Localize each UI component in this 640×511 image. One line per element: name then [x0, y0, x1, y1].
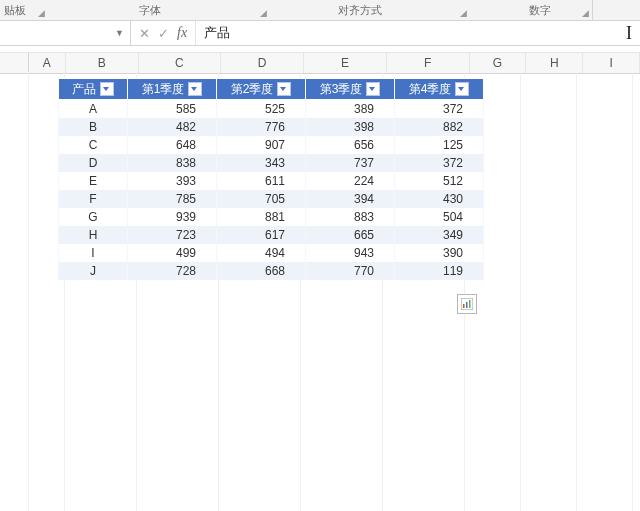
- table-cell[interactable]: 482: [128, 118, 217, 136]
- col-header[interactable]: G: [470, 53, 527, 73]
- col-header[interactable]: A: [29, 53, 66, 73]
- table-cell[interactable]: 939: [128, 208, 217, 226]
- select-all-corner[interactable]: [0, 53, 29, 73]
- formula-input[interactable]: 产品 I: [196, 21, 640, 45]
- table-cell[interactable]: C: [59, 136, 128, 154]
- table-cell[interactable]: 349: [395, 226, 484, 244]
- table-header-label: 产品: [72, 82, 96, 96]
- worksheet-grid[interactable]: 产品 第1季度 第2季度 第3季度 第4季度 A585525389372B482…: [0, 72, 640, 511]
- table-cell[interactable]: D: [59, 154, 128, 172]
- table-cell[interactable]: 504: [395, 208, 484, 226]
- table-cell[interactable]: 394: [306, 190, 395, 208]
- table-cell[interactable]: 668: [217, 262, 306, 280]
- table-cell[interactable]: 119: [395, 262, 484, 280]
- table-cell[interactable]: 389: [306, 100, 395, 119]
- table-cell[interactable]: 665: [306, 226, 395, 244]
- table-cell[interactable]: 728: [128, 262, 217, 280]
- table-cell[interactable]: 943: [306, 244, 395, 262]
- ribbon-launcher-icon[interactable]: ◢: [582, 8, 589, 18]
- name-box[interactable]: ▼: [0, 21, 131, 45]
- table-cell[interactable]: 512: [395, 172, 484, 190]
- ribbon-group-number: 数字: [510, 3, 570, 18]
- table-cell[interactable]: 617: [217, 226, 306, 244]
- table-cell[interactable]: 390: [395, 244, 484, 262]
- enter-icon[interactable]: ✓: [158, 26, 169, 41]
- table-cell[interactable]: 723: [128, 226, 217, 244]
- table-cell[interactable]: 125: [395, 136, 484, 154]
- table-header[interactable]: 第3季度: [306, 79, 395, 100]
- table-row[interactable]: C648907656125: [59, 136, 484, 154]
- table-cell[interactable]: 372: [395, 100, 484, 119]
- filter-icon[interactable]: [100, 82, 114, 96]
- col-header[interactable]: B: [66, 53, 139, 73]
- table-cell[interactable]: 838: [128, 154, 217, 172]
- table-header[interactable]: 产品: [59, 79, 128, 100]
- col-header[interactable]: D: [221, 53, 304, 73]
- table-cell[interactable]: 430: [395, 190, 484, 208]
- col-header[interactable]: E: [304, 53, 387, 73]
- table-cell[interactable]: 494: [217, 244, 306, 262]
- col-header[interactable]: C: [139, 53, 222, 73]
- cancel-icon[interactable]: ✕: [139, 26, 150, 41]
- table-cell[interactable]: F: [59, 190, 128, 208]
- formula-bar: ▼ ✕ ✓ fx 产品 I: [0, 21, 640, 46]
- table-row[interactable]: A585525389372: [59, 100, 484, 119]
- table-cell[interactable]: 785: [128, 190, 217, 208]
- table-cell[interactable]: 705: [217, 190, 306, 208]
- table-cell[interactable]: 525: [217, 100, 306, 119]
- table-cell[interactable]: I: [59, 244, 128, 262]
- table-cell[interactable]: 883: [306, 208, 395, 226]
- table-header-label: 第1季度: [142, 82, 185, 96]
- filter-icon[interactable]: [455, 82, 469, 96]
- table-cell[interactable]: E: [59, 172, 128, 190]
- ribbon-launcher-icon[interactable]: ◢: [460, 8, 467, 18]
- table-cell[interactable]: 882: [395, 118, 484, 136]
- table-cell[interactable]: G: [59, 208, 128, 226]
- table-cell[interactable]: 770: [306, 262, 395, 280]
- fx-icon[interactable]: fx: [177, 25, 187, 41]
- table-cell[interactable]: 648: [128, 136, 217, 154]
- table-cell[interactable]: 656: [306, 136, 395, 154]
- table-cell[interactable]: 499: [128, 244, 217, 262]
- table-cell[interactable]: 372: [395, 154, 484, 172]
- ribbon-group-clipboard: 贴板: [0, 3, 30, 18]
- table-cell[interactable]: 224: [306, 172, 395, 190]
- table-cell[interactable]: J: [59, 262, 128, 280]
- table-row[interactable]: G939881883504: [59, 208, 484, 226]
- ribbon-group-labels: 贴板 ◢ 字体 ◢ 对齐方式 ◢ 数字 ◢: [0, 0, 640, 21]
- table-cell[interactable]: 343: [217, 154, 306, 172]
- table-row[interactable]: F785705394430: [59, 190, 484, 208]
- table-header-label: 第2季度: [231, 82, 274, 96]
- table-cell[interactable]: 776: [217, 118, 306, 136]
- table-row[interactable]: H723617665349: [59, 226, 484, 244]
- table-header[interactable]: 第1季度: [128, 79, 217, 100]
- table-cell[interactable]: 585: [128, 100, 217, 119]
- table-header[interactable]: 第2季度: [217, 79, 306, 100]
- table-cell[interactable]: 611: [217, 172, 306, 190]
- table-row[interactable]: I499494943390: [59, 244, 484, 262]
- filter-icon[interactable]: [366, 82, 380, 96]
- filter-icon[interactable]: [277, 82, 291, 96]
- table-header-label: 第3季度: [320, 82, 363, 96]
- table-cell[interactable]: 398: [306, 118, 395, 136]
- filter-icon[interactable]: [188, 82, 202, 96]
- table-row[interactable]: E393611224512: [59, 172, 484, 190]
- col-header[interactable]: F: [387, 53, 470, 73]
- col-header[interactable]: H: [526, 53, 583, 73]
- ribbon-launcher-icon[interactable]: ◢: [260, 8, 267, 18]
- table-cell[interactable]: H: [59, 226, 128, 244]
- table-cell[interactable]: 881: [217, 208, 306, 226]
- ribbon-launcher-icon[interactable]: ◢: [38, 8, 45, 18]
- chevron-down-icon[interactable]: ▼: [115, 28, 124, 38]
- col-header[interactable]: I: [583, 53, 640, 73]
- table-row[interactable]: J728668770119: [59, 262, 484, 280]
- table-cell[interactable]: B: [59, 118, 128, 136]
- table-cell[interactable]: 907: [217, 136, 306, 154]
- table-row[interactable]: B482776398882: [59, 118, 484, 136]
- table-cell[interactable]: A: [59, 100, 128, 119]
- table-header[interactable]: 第4季度: [395, 79, 484, 100]
- table-cell[interactable]: 393: [128, 172, 217, 190]
- table-cell[interactable]: 737: [306, 154, 395, 172]
- quick-analysis-button[interactable]: [457, 294, 477, 314]
- table-row[interactable]: D838343737372: [59, 154, 484, 172]
